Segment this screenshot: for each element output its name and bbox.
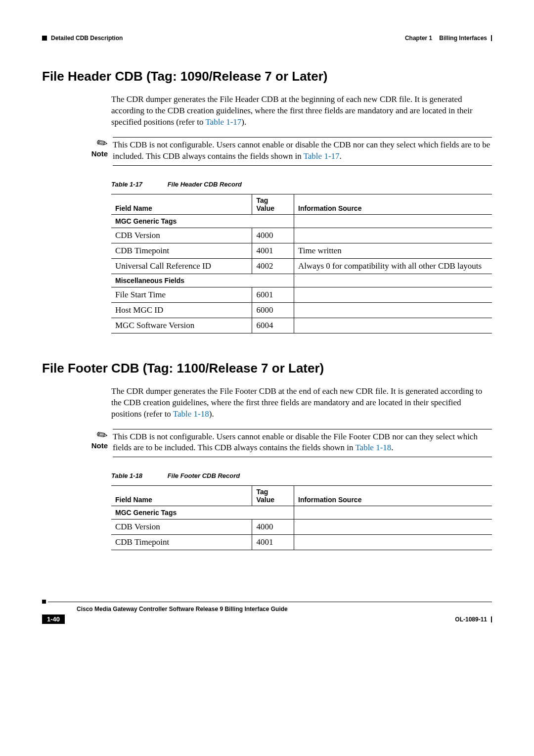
empty-cell: [294, 214, 492, 228]
cell-tag: 4000: [252, 228, 294, 243]
page-footer: Cisco Media Gateway Controller Software …: [42, 600, 492, 624]
table-caption: Table 1-17 File Header CDB Record: [111, 181, 492, 188]
th-tag-value: Tag Value: [252, 194, 294, 214]
th-field-name: Field Name: [111, 486, 252, 506]
running-header: Detailed CDB Description Chapter 1 Billi…: [42, 35, 492, 42]
table-row: MGC Software Version 6004: [111, 318, 492, 333]
file-header-cdb-table: Field Name Tag Value Information Source …: [111, 194, 492, 333]
cell-info: Always 0 for compatibility with all othe…: [294, 258, 492, 274]
th-tag-value: Tag Value: [252, 486, 294, 506]
chapter-title: Billing Interfaces: [439, 35, 487, 42]
cell-field: CDB Version: [111, 228, 252, 243]
cell-field: CDB Timepoint: [111, 243, 252, 258]
table-row: CDB Timepoint 4001 Time written: [111, 243, 492, 258]
header-marker-icon: [42, 36, 47, 41]
table-number: Table 1-17: [111, 181, 166, 188]
table-header-row: Field Name Tag Value Information Source: [111, 194, 492, 214]
cell-field: CDB Version: [111, 520, 252, 535]
para-text: The CDR dumper generates the File Footer…: [111, 386, 482, 419]
cell-tag: 6001: [252, 287, 294, 302]
footer-bar-icon: [491, 616, 492, 622]
note-text: This CDB is not configurable. Users cann…: [113, 432, 478, 453]
cell-field: File Start Time: [111, 287, 252, 302]
cell-field: Host MGC ID: [111, 302, 252, 318]
empty-cell: [294, 274, 492, 287]
page-number: 1-40: [42, 614, 65, 624]
note-content: This CDB is not configurable. Users cann…: [113, 429, 492, 458]
file-footer-cdb-table: Field Name Tag Value Information Source …: [111, 485, 492, 550]
table-row: Universal Call Reference ID 4002 Always …: [111, 258, 492, 274]
cell-field: Universal Call Reference ID: [111, 258, 252, 274]
table-caption: Table 1-18 File Footer CDB Record: [111, 472, 492, 479]
cell-tag: 4002: [252, 258, 294, 274]
table-row: CDB Version 4000: [111, 228, 492, 243]
section-heading-file-footer: File Footer CDB (Tag: 1100/Release 7 or …: [42, 361, 492, 376]
footer-marker-icon: [42, 600, 46, 604]
cell-info: Time written: [294, 243, 492, 258]
cell-tag: 4001: [252, 243, 294, 258]
th-tag-line1: Tag: [256, 488, 268, 496]
table-ref-link[interactable]: Table 1-18: [173, 409, 209, 419]
cell-tag: 4001: [252, 535, 294, 550]
table-section-row: Miscellaneous Fields: [111, 274, 492, 287]
th-tag-line2: Value: [256, 496, 274, 504]
table-header-row: Field Name Tag Value Information Source: [111, 486, 492, 506]
note-text: .: [391, 443, 393, 452]
table-section-row: MGC Generic Tags: [111, 506, 492, 520]
th-info-source: Information Source: [294, 194, 492, 214]
th-field-name: Field Name: [111, 194, 252, 214]
cell-info: [294, 318, 492, 333]
cell-info: [294, 302, 492, 318]
empty-cell: [294, 506, 492, 520]
table-row: File Start Time 6001: [111, 287, 492, 302]
chapter-label: Chapter 1: [405, 35, 432, 42]
section-label: Miscellaneous Fields: [111, 274, 294, 287]
note-text: This CDB is not configurable. Users cann…: [113, 140, 490, 161]
doc-id-text: OL-1089-11: [455, 616, 487, 623]
section-label: MGC Generic Tags: [111, 506, 294, 520]
body-paragraph: The CDR dumper generates the File Footer…: [111, 386, 492, 420]
para-text: ).: [209, 409, 214, 419]
cell-info: [294, 535, 492, 550]
cell-tag: 6000: [252, 302, 294, 318]
table-row: CDB Timepoint 4001: [111, 535, 492, 550]
header-left: Detailed CDB Description: [42, 35, 123, 42]
footer-rule: [48, 602, 492, 602]
table-ref-link[interactable]: Table 1-18: [355, 443, 391, 452]
doc-id: OL-1089-11: [455, 616, 492, 623]
note-label: Note: [91, 149, 108, 158]
note-block: ✎ Note This CDB is not configurable. Use…: [79, 137, 492, 166]
table-number: Table 1-18: [111, 472, 166, 479]
cell-tag: 6004: [252, 318, 294, 333]
table-row: Host MGC ID 6000: [111, 302, 492, 318]
cell-field: CDB Timepoint: [111, 535, 252, 550]
cell-info: [294, 520, 492, 535]
header-bar-icon: [491, 35, 492, 41]
note-block: ✎ Note This CDB is not configurable. Use…: [79, 429, 492, 458]
note-content: This CDB is not configurable. Users cann…: [113, 137, 492, 166]
para-text: ).: [241, 117, 246, 127]
cell-tag: 4000: [252, 520, 294, 535]
header-right: Chapter 1 Billing Interfaces: [405, 35, 492, 42]
th-tag-line1: Tag: [256, 196, 268, 204]
para-text: The CDR dumper generates the File Header…: [111, 94, 473, 127]
note-text: .: [340, 151, 342, 161]
table-title: File Header CDB Record: [168, 181, 242, 188]
table-row: CDB Version 4000: [111, 520, 492, 535]
cell-info: [294, 287, 492, 302]
section-label: MGC Generic Tags: [111, 214, 294, 228]
section-path: Detailed CDB Description: [51, 35, 123, 42]
th-info-source: Information Source: [294, 486, 492, 506]
note-label: Note: [91, 441, 108, 450]
cell-field: MGC Software Version: [111, 318, 252, 333]
table-title: File Footer CDB Record: [168, 472, 240, 479]
body-paragraph: The CDR dumper generates the File Header…: [111, 94, 492, 128]
table-ref-link[interactable]: Table 1-17: [205, 117, 241, 127]
table-ref-link[interactable]: Table 1-17: [304, 151, 340, 161]
section-heading-file-header: File Header CDB (Tag: 1090/Release 7 or …: [42, 69, 492, 84]
footer-guide-title: Cisco Media Gateway Controller Software …: [77, 606, 492, 613]
table-section-row: MGC Generic Tags: [111, 214, 492, 228]
cell-info: [294, 228, 492, 243]
th-tag-line2: Value: [256, 204, 274, 212]
